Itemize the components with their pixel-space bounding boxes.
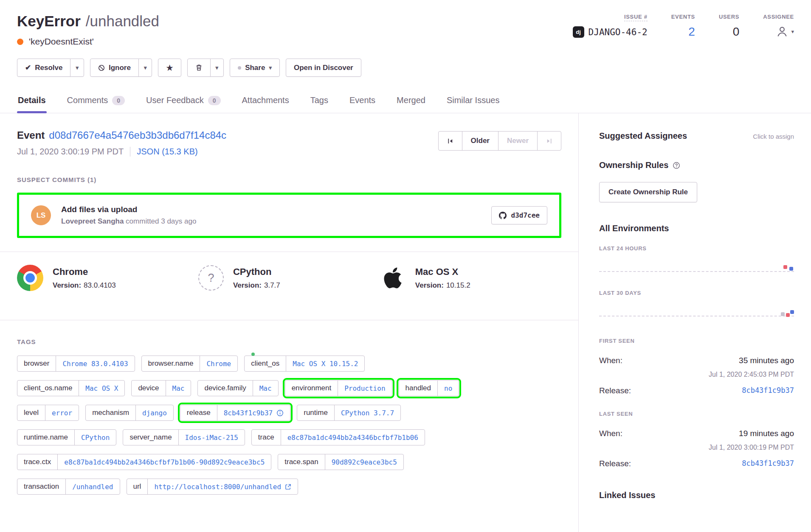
- resolve-dropdown-button[interactable]: ▾: [70, 59, 84, 77]
- tag-pill-release[interactable]: release 8cb43f1c9b37: [180, 405, 290, 421]
- tab-user-feedback[interactable]: User Feedback0: [145, 90, 221, 113]
- tab-events[interactable]: Events: [349, 90, 376, 113]
- section-divider: [0, 320, 578, 320]
- tag-pill-handled[interactable]: handledno: [399, 380, 459, 396]
- tag-pill-trace-span[interactable]: trace.span90d892c9eace3bc5: [278, 454, 404, 470]
- error-level-dot: [17, 39, 23, 45]
- event-id-link[interactable]: d08d7667e4a5476eb3b3db6d7f14c84c: [49, 129, 226, 141]
- assignee-dropdown[interactable]: ▾: [776, 25, 794, 38]
- context-runtime: ? CPython Version:3.7.7: [198, 265, 380, 291]
- suspect-commit-row: LS Add files via upload Lovepreet Sangha…: [17, 193, 561, 238]
- sparkline-baseline: [599, 271, 794, 272]
- create-ownership-rule-button[interactable]: Create Ownership Rule: [599, 182, 697, 202]
- tag-pill-runtime-name[interactable]: runtime.nameCPython: [17, 429, 116, 445]
- last-event-button[interactable]: [537, 131, 561, 151]
- external-link-icon[interactable]: [285, 484, 291, 490]
- issue-short-id[interactable]: dj DJANGO-46-2: [573, 26, 648, 38]
- first-seen-release-row: Release: 8cb43f1c9b37: [599, 386, 794, 395]
- bookmark-button[interactable]: ★: [158, 59, 181, 77]
- commit-author: Lovepreet Sangha: [61, 217, 124, 225]
- first-seen-when-row: When: 35 minutes ago: [599, 356, 794, 365]
- issue-stats: ISSUE # dj DJANGO-46-2 EVENTS 2 USERS 0 …: [573, 13, 794, 39]
- suspect-commits-heading: SUSPECT COMMITS (1): [17, 176, 561, 183]
- tag-pill-transaction[interactable]: transaction/unhandled: [17, 479, 120, 495]
- tag-pill-device-family[interactable]: device.familyMac: [197, 380, 278, 396]
- tag-pill-client-os-name[interactable]: client_os.nameMac OS X: [17, 380, 125, 396]
- events-label: EVENTS: [671, 14, 695, 20]
- last-seen-release-link[interactable]: 8cb43f1c9b37: [742, 459, 794, 468]
- first-seen-release-link[interactable]: 8cb43f1c9b37: [742, 386, 794, 395]
- events-count[interactable]: 2: [688, 25, 695, 39]
- info-icon[interactable]: [276, 409, 284, 417]
- tab-attachments[interactable]: Attachments: [241, 90, 290, 113]
- last-seen-date: Jul 1, 2020 3:00:19 PM PDT: [599, 444, 794, 451]
- delete-button[interactable]: [187, 59, 211, 77]
- users-count[interactable]: 0: [733, 25, 740, 39]
- ignore-dropdown-button[interactable]: ▾: [138, 59, 152, 77]
- sparkline-24h: [599, 252, 794, 285]
- issue-number-label: ISSUE #: [624, 14, 648, 21]
- action-bar: ✔ Resolve ▾ Ignore ▾ ★: [0, 59, 811, 77]
- tag-pill-environment[interactable]: environmentProduction: [285, 380, 392, 396]
- event-contexts: Chrome Version:83.0.4103 ? CPython Versi…: [17, 252, 561, 306]
- ownership-rules-title: Ownership Rules: [599, 160, 668, 170]
- context-name: CPython: [233, 266, 280, 277]
- tag-pill-browser-name[interactable]: browser.nameChrome: [141, 356, 238, 372]
- context-version: Version:10.15.2: [415, 281, 470, 290]
- tab-merged[interactable]: Merged: [396, 90, 426, 113]
- last-30-days-label: LAST 30 DAYS: [599, 290, 794, 296]
- click-to-assign-hint: Click to assign: [753, 133, 794, 140]
- all-environments-title: All Environments: [599, 224, 794, 233]
- open-in-discover-button[interactable]: Open in Discover: [286, 59, 361, 77]
- context-name: Chrome: [53, 266, 116, 277]
- linked-issues-title: Linked Issues: [599, 490, 794, 500]
- chevron-down-icon: ▾: [144, 64, 147, 71]
- tags-list: browserChrome 83.0.4103 browser.nameChro…: [17, 356, 561, 495]
- ignore-button[interactable]: Ignore: [90, 59, 139, 77]
- stat-events: EVENTS 2: [671, 14, 695, 39]
- chevron-down-icon: ▾: [76, 64, 79, 71]
- chevron-down-icon: ▾: [269, 64, 272, 71]
- tag-pill-level[interactable]: levelerror: [17, 405, 79, 421]
- tag-pill-trace[interactable]: tracee8c87ba1dc494bb2a4346bcfbf7b1b06: [251, 429, 425, 445]
- last-seen-ago: 19 minutes ago: [739, 429, 794, 438]
- issue-tab-bar: Details Comments0 User Feedback0 Attachm…: [0, 90, 811, 113]
- ignore-button-group: Ignore ▾: [90, 59, 152, 77]
- resolve-button-group: ✔ Resolve ▾: [17, 59, 84, 77]
- tag-pill-server-name[interactable]: server_nameIdos-iMac-215: [123, 429, 245, 445]
- tag-pill-browser[interactable]: browserChrome 83.0.4103: [17, 356, 135, 372]
- marker-blue: [789, 267, 793, 271]
- issue-header: KeyError /unhandled 'keyDoesntExist' ISS…: [0, 0, 811, 47]
- event-meta: Jul 1, 2020 3:00:19 PM PDT JSON (15.3 KB…: [17, 147, 226, 157]
- issue-sidebar: Suggested Assignees Click to assign Owne…: [578, 113, 811, 532]
- resolve-button[interactable]: ✔ Resolve: [17, 59, 70, 77]
- context-os: Mac OS X Version:10.15.2: [380, 265, 561, 291]
- tab-tags[interactable]: Tags: [310, 90, 329, 113]
- check-icon: ✔: [25, 63, 31, 72]
- chevron-down-icon: ▾: [216, 64, 219, 71]
- tab-comments[interactable]: Comments0: [66, 90, 126, 113]
- newer-event-button[interactable]: Newer: [498, 131, 538, 151]
- tag-pill-url[interactable]: url http://localhost:8000/unhandled: [127, 479, 298, 495]
- event-pagination: Older Newer: [438, 131, 561, 151]
- comments-count-badge: 0: [112, 96, 125, 105]
- context-name: Mac OS X: [415, 266, 470, 277]
- commit-sha: d3d7cee: [511, 211, 540, 219]
- tab-similar-issues[interactable]: Similar Issues: [446, 90, 500, 113]
- tag-pill-device[interactable]: deviceMac: [131, 380, 191, 396]
- commit-sha-button[interactable]: d3d7cee: [491, 206, 547, 224]
- event-json-link[interactable]: JSON (15.3 KB): [130, 147, 197, 157]
- older-event-button[interactable]: Older: [462, 131, 498, 151]
- first-event-button[interactable]: [438, 131, 462, 151]
- tag-pill-runtime[interactable]: runtimeCPython 3.7.7: [297, 405, 401, 421]
- share-button[interactable]: Share ▾: [230, 59, 280, 77]
- tag-pill-mechanism[interactable]: mechanismdjango: [85, 405, 174, 421]
- tag-pill-trace-ctx[interactable]: trace.ctxe8c87ba1dc494bb2a4346bcfbf7b1b0…: [17, 454, 271, 470]
- github-icon: [499, 212, 507, 219]
- tab-details[interactable]: Details: [17, 90, 47, 113]
- help-icon[interactable]: [673, 162, 680, 169]
- tag-pill-client-os[interactable]: client_osMac OS X 10.15.2: [244, 356, 365, 372]
- author-avatar: LS: [31, 205, 51, 225]
- delete-dropdown-button[interactable]: ▾: [210, 59, 224, 77]
- sparkline-30d: [599, 296, 794, 329]
